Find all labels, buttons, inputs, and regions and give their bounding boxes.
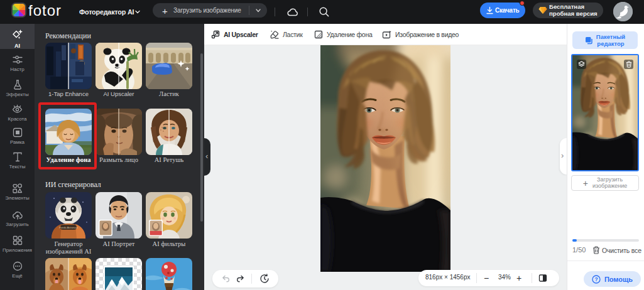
svg-text:Panda Astronaut: Panda Astronaut	[59, 226, 78, 229]
svg-text:?: ?	[594, 276, 598, 282]
